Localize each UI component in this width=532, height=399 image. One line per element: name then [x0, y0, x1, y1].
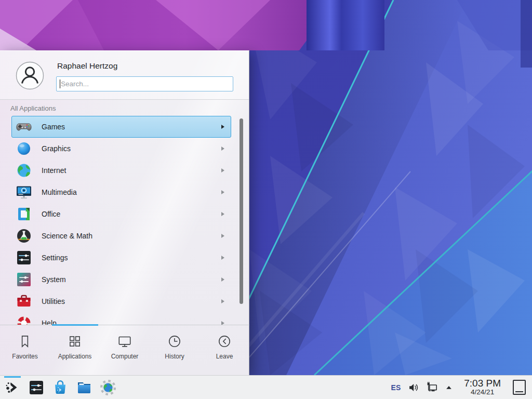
category-utilities[interactable]: Utilities — [11, 290, 231, 312]
show-desktop-button[interactable] — [513, 380, 526, 395]
category-help[interactable]: Help — [11, 312, 231, 325]
app-grid-icon — [67, 334, 83, 349]
graphics-sphere-icon — [16, 140, 32, 157]
category-label: Office — [42, 210, 221, 218]
bookmark-icon — [17, 334, 33, 349]
launcher-header: Raphael Hertzog — [0, 51, 249, 100]
application-launcher-button[interactable] — [4, 379, 21, 396]
gamepad-icon — [16, 118, 32, 135]
globe-icon — [16, 162, 32, 179]
launcher-tabbar: Favorites Applications Computer History … — [0, 326, 249, 376]
computer-monitor-icon — [117, 334, 132, 349]
multimedia-monitor-icon — [16, 184, 32, 201]
tab-computer[interactable]: Computer — [100, 326, 150, 376]
tab-label: Applications — [58, 353, 92, 360]
category-list: Games Graphics Internet Multimedia Offic… — [0, 116, 249, 325]
konqueror-globe-icon — [100, 379, 116, 396]
expand-tray-icon[interactable] — [445, 383, 453, 392]
help-lifering-icon — [16, 315, 32, 325]
taskbar-app-system-settings[interactable] — [28, 379, 45, 396]
clock-time: 7:03 PM — [464, 378, 501, 389]
tab-applications[interactable]: Applications — [50, 326, 100, 376]
taskbar-app-file-manager[interactable] — [76, 379, 92, 396]
taskbar-panel: ES 7:03 PM 4/24/21 — [0, 375, 532, 399]
tab-label: History — [165, 353, 184, 360]
submenu-arrow-icon — [221, 256, 224, 260]
application-launcher-menu: Raphael Hertzog All Applications Games G… — [0, 50, 249, 375]
user-avatar[interactable] — [16, 61, 44, 90]
wired-network-icon[interactable] — [425, 381, 438, 394]
science-flask-icon — [16, 228, 32, 244]
system-tray: ES 7:03 PM 4/24/21 — [391, 378, 532, 396]
category-label: Games — [42, 123, 221, 131]
history-clock-icon — [167, 334, 182, 349]
tab-leave[interactable]: Leave — [200, 326, 249, 376]
tab-label: Favorites — [12, 353, 37, 360]
submenu-arrow-icon — [221, 321, 224, 325]
category-label: Settings — [42, 254, 221, 262]
leave-back-icon — [217, 334, 232, 349]
tab-label: Leave — [216, 353, 233, 360]
category-games[interactable]: Games — [11, 116, 231, 138]
taskbar-app-discover[interactable] — [52, 379, 69, 396]
category-label: Graphics — [42, 144, 221, 153]
submenu-arrow-icon — [221, 190, 224, 194]
clock-widget[interactable]: 7:03 PM 4/24/21 — [464, 378, 501, 396]
category-office[interactable]: Office — [11, 203, 231, 225]
submenu-arrow-icon — [221, 125, 224, 129]
section-label: All Applications — [10, 104, 56, 112]
settings-sliders-icon — [16, 249, 32, 266]
category-label: System — [42, 275, 221, 284]
text-caret — [60, 79, 60, 88]
submenu-arrow-icon — [221, 168, 224, 172]
submenu-arrow-icon — [221, 212, 224, 216]
submenu-arrow-icon — [221, 234, 224, 238]
kde-launcher-icon — [4, 379, 21, 396]
keyboard-layout-indicator[interactable]: ES — [391, 383, 401, 392]
office-document-icon — [16, 206, 32, 222]
category-graphics[interactable]: Graphics — [11, 138, 231, 159]
user-name: Raphael Hertzog — [57, 61, 117, 71]
list-scrollbar[interactable] — [240, 118, 243, 304]
system-settings-icon — [28, 379, 45, 396]
folder-icon — [76, 379, 92, 396]
tabbar-separator — [0, 325, 249, 325]
category-settings[interactable]: Settings — [11, 247, 231, 269]
submenu-arrow-icon — [221, 147, 224, 151]
tab-favorites[interactable]: Favorites — [0, 326, 50, 376]
taskbar-left — [0, 379, 116, 396]
taskbar-app-web-browser[interactable] — [100, 379, 116, 396]
system-sliders-icon — [16, 271, 32, 288]
search-field-wrap — [56, 76, 233, 91]
category-system[interactable]: System — [11, 269, 231, 290]
discover-bag-icon — [52, 379, 69, 396]
submenu-arrow-icon — [221, 299, 224, 303]
volume-icon[interactable] — [407, 382, 419, 393]
category-label: Internet — [42, 166, 221, 175]
category-label: Science & Math — [42, 232, 221, 240]
category-label: Multimedia — [42, 188, 221, 196]
utilities-toolbox-icon — [16, 293, 32, 310]
tab-history[interactable]: History — [150, 326, 200, 376]
tab-label: Computer — [111, 353, 139, 360]
category-internet[interactable]: Internet — [11, 159, 231, 181]
category-science-math[interactable]: Science & Math — [11, 225, 231, 247]
category-label: Utilities — [42, 297, 221, 305]
submenu-arrow-icon — [221, 277, 224, 282]
category-multimedia[interactable]: Multimedia — [11, 181, 231, 203]
clock-date: 4/24/21 — [464, 389, 501, 396]
active-tab-indicator — [52, 324, 98, 326]
search-input[interactable] — [56, 76, 233, 91]
